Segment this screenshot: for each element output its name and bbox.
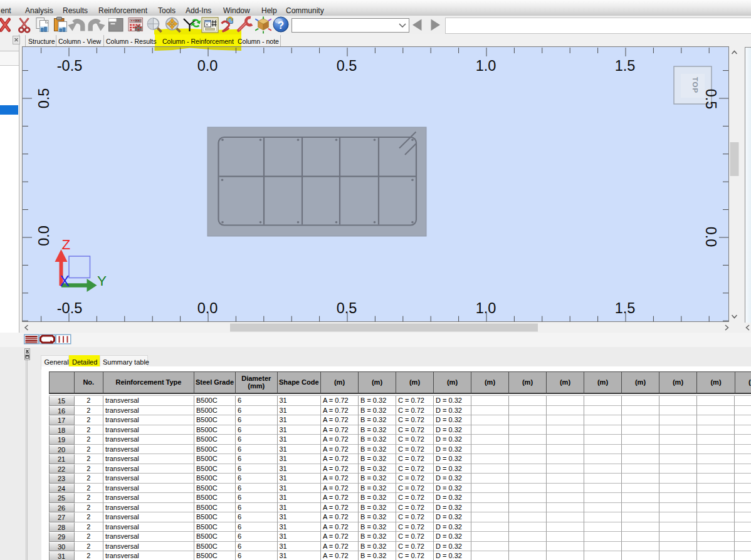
- svg-text:1.5: 1.5: [615, 58, 636, 74]
- svg-text:0.5: 0.5: [36, 88, 52, 109]
- svg-text:-0.5: -0.5: [57, 58, 83, 74]
- svg-text:TOP: TOP: [691, 77, 699, 93]
- svg-text:0.0: 0.0: [703, 227, 719, 247]
- svg-text:0.5: 0.5: [337, 300, 357, 316]
- svg-text:0.5: 0.5: [703, 89, 719, 110]
- svg-text:1.5: 1.5: [615, 300, 636, 316]
- svg-text:0.0: 0.0: [197, 58, 218, 74]
- svg-text:1.0: 1.0: [476, 58, 496, 74]
- svg-text:-0.5: -0.5: [57, 300, 83, 316]
- svg-text:0.5: 0.5: [337, 58, 357, 74]
- svg-text:Z: Z: [62, 237, 71, 252]
- svg-text:Y: Y: [97, 273, 107, 289]
- svg-text:0.0: 0.0: [197, 300, 218, 316]
- svg-text:X: X: [60, 273, 70, 289]
- svg-text:1.0: 1.0: [476, 300, 496, 316]
- svg-text:0.0: 0.0: [36, 226, 52, 246]
- svg-text:?: ?: [278, 19, 284, 31]
